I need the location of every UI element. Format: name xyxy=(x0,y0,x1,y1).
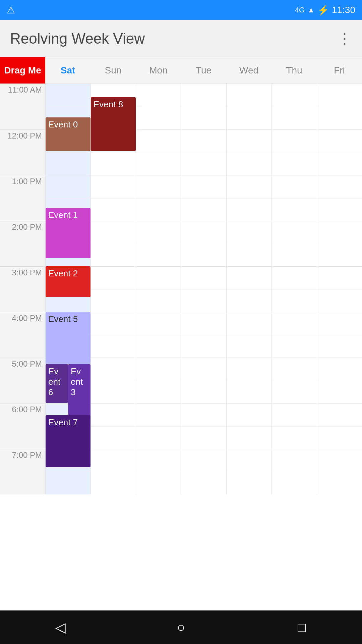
time-100pm: 1:00 PM xyxy=(0,175,45,221)
event-5[interactable]: Event 5 xyxy=(46,312,90,364)
warning-icon: ⚠ xyxy=(7,5,15,16)
tue-cell-4[interactable] xyxy=(181,221,226,266)
app-title: Reolving Week View xyxy=(10,30,145,47)
mon-cell-2[interactable] xyxy=(136,129,181,175)
time-column: 11:00 AM 12:00 PM 1:00 PM 2:00 PM 3:00 P… xyxy=(0,84,45,494)
time-700pm: 7:00 PM xyxy=(0,449,45,494)
event-2[interactable]: Event 2 xyxy=(46,266,90,297)
home-button[interactable]: ○ xyxy=(168,614,194,641)
thu-cell-8[interactable] xyxy=(272,403,317,449)
fri-cell-9[interactable] xyxy=(317,449,362,494)
sun-cell-8[interactable] xyxy=(91,403,136,449)
thu-cell-5[interactable] xyxy=(272,266,317,312)
nav-bar: ◁ ○ □ xyxy=(0,610,362,644)
mon-cell-6[interactable] xyxy=(136,312,181,358)
wed-cell-6[interactable] xyxy=(227,312,272,358)
wed-cell-7[interactable] xyxy=(227,358,272,403)
sun-cell-6[interactable] xyxy=(91,312,136,358)
thu-cell-7[interactable] xyxy=(272,358,317,403)
thu-cell-6[interactable] xyxy=(272,312,317,358)
day-headers: Sat Sun Mon Tue Wed Thu Fri xyxy=(45,57,362,84)
thu-cell-9[interactable] xyxy=(272,449,317,494)
status-left: ⚠ xyxy=(7,5,15,16)
time-400pm: 4:00 PM xyxy=(0,312,45,358)
tue-cell-5[interactable] xyxy=(181,266,226,312)
event-3[interactable]: Event3 xyxy=(68,364,90,416)
day-column-fri xyxy=(317,84,362,494)
fri-cell-4[interactable] xyxy=(317,221,362,266)
sun-cell-9[interactable] xyxy=(91,449,136,494)
calendar-body: 11:00 AM 12:00 PM 1:00 PM 2:00 PM 3:00 P… xyxy=(0,84,362,494)
mon-cell-5[interactable] xyxy=(136,266,181,312)
sun-cell-3[interactable] xyxy=(91,175,136,221)
day-header-tue[interactable]: Tue xyxy=(181,57,226,84)
fri-cell-6[interactable] xyxy=(317,312,362,358)
tue-cell-6[interactable] xyxy=(181,312,226,358)
time-1200pm: 12:00 PM xyxy=(0,129,45,175)
wed-cell-9[interactable] xyxy=(227,449,272,494)
mon-cell-3[interactable] xyxy=(136,175,181,221)
time-1100am: 11:00 AM xyxy=(0,84,45,129)
app-bar: Reolving Week View ⋮ xyxy=(0,20,362,57)
mon-cell-7[interactable] xyxy=(136,358,181,403)
mon-cell-1[interactable] xyxy=(136,84,181,129)
event-1[interactable]: Event 1 xyxy=(46,208,90,258)
back-button[interactable]: ◁ xyxy=(47,614,74,641)
time-500pm: 5:00 PM xyxy=(0,358,45,403)
recent-button[interactable]: □ xyxy=(288,614,315,641)
thu-cell-4[interactable] xyxy=(272,221,317,266)
fri-cell-1[interactable] xyxy=(317,84,362,129)
drag-me-button[interactable]: Drag Me xyxy=(0,57,45,84)
day-header-wed[interactable]: Wed xyxy=(226,57,272,84)
status-right: 4G ▲ ⚡ 11:30 xyxy=(295,5,355,16)
day-column-tue xyxy=(181,84,226,494)
battery-icon: ⚡ xyxy=(317,5,329,16)
sun-cell-4[interactable] xyxy=(91,221,136,266)
fri-cell-7[interactable] xyxy=(317,358,362,403)
mon-cell-8[interactable] xyxy=(136,403,181,449)
fri-cell-8[interactable] xyxy=(317,403,362,449)
time-200pm: 2:00 PM xyxy=(0,221,45,266)
mon-cell-4[interactable] xyxy=(136,221,181,266)
tue-cell-8[interactable] xyxy=(181,403,226,449)
fri-cell-2[interactable] xyxy=(317,129,362,175)
more-options-icon[interactable]: ⋮ xyxy=(337,30,352,47)
network-label: 4G xyxy=(295,6,305,14)
tue-cell-9[interactable] xyxy=(181,449,226,494)
event-8[interactable]: Event 8 xyxy=(91,97,136,151)
thu-cell-3[interactable] xyxy=(272,175,317,221)
event-0[interactable]: Event 0 xyxy=(46,117,90,151)
day-header-mon[interactable]: Mon xyxy=(136,57,181,84)
signal-icon: ▲ xyxy=(307,6,315,14)
day-column-thu xyxy=(272,84,317,494)
days-grid: Event 0 Event 1 Event 2 Event 5 Event6 E… xyxy=(45,84,362,494)
day-header-fri[interactable]: Fri xyxy=(317,57,362,84)
wed-cell-4[interactable] xyxy=(227,221,272,266)
day-column-sun: Event 8 xyxy=(90,84,136,494)
day-column-mon xyxy=(136,84,181,494)
mon-cell-9[interactable] xyxy=(136,449,181,494)
day-column-sat: Event 0 Event 1 Event 2 Event 5 Event6 E… xyxy=(45,84,90,494)
tue-cell-3[interactable] xyxy=(181,175,226,221)
day-header-sun[interactable]: Sun xyxy=(90,57,136,84)
day-header-sat[interactable]: Sat xyxy=(45,57,90,84)
tue-cell-1[interactable] xyxy=(181,84,226,129)
wed-cell-8[interactable] xyxy=(227,403,272,449)
day-header-thu[interactable]: Thu xyxy=(272,57,317,84)
wed-cell-5[interactable] xyxy=(227,266,272,312)
thu-cell-2[interactable] xyxy=(272,129,317,175)
fri-cell-3[interactable] xyxy=(317,175,362,221)
event-7[interactable]: Event 7 xyxy=(46,415,90,467)
sun-cell-5[interactable] xyxy=(91,266,136,312)
fri-cell-5[interactable] xyxy=(317,266,362,312)
wed-cell-2[interactable] xyxy=(227,129,272,175)
tue-cell-7[interactable] xyxy=(181,358,226,403)
sun-cell-7[interactable] xyxy=(91,358,136,403)
event-6[interactable]: Event6 xyxy=(46,364,68,403)
wed-cell-1[interactable] xyxy=(227,84,272,129)
tue-cell-2[interactable] xyxy=(181,129,226,175)
time-300pm: 3:00 PM xyxy=(0,266,45,312)
thu-cell-1[interactable] xyxy=(272,84,317,129)
time-display: 11:30 xyxy=(332,5,355,15)
wed-cell-3[interactable] xyxy=(227,175,272,221)
